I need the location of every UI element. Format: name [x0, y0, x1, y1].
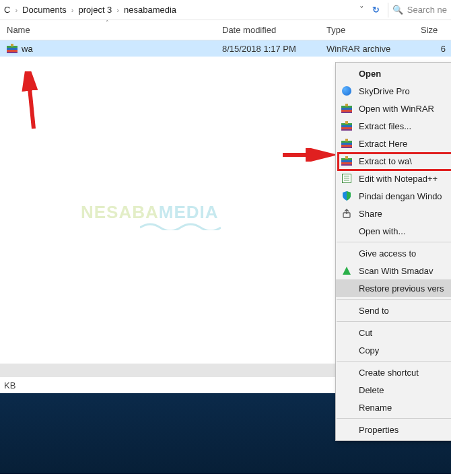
- skydrive-icon: [341, 86, 352, 96]
- crumb-nesabamedia[interactable]: nesabamedia: [124, 5, 176, 15]
- menu-share[interactable]: Share: [336, 205, 451, 222]
- smadav-icon: [341, 265, 352, 276]
- watermark: NESABAMEDIA: [81, 202, 219, 223]
- refresh-icon[interactable]: ↻: [372, 5, 380, 15]
- column-date[interactable]: Date modified: [215, 20, 320, 40]
- svg-rect-16: [341, 125, 352, 127]
- menu-scan-windows-defender[interactable]: Pindai dengan Windo: [336, 187, 451, 205]
- file-type: WinRAR archive: [320, 44, 414, 54]
- menu-separator: [337, 418, 451, 419]
- menu-send-to[interactable]: Send to: [336, 302, 451, 319]
- svg-rect-22: [341, 145, 352, 147]
- column-type[interactable]: Type: [320, 20, 414, 40]
- file-size: 6: [414, 44, 451, 54]
- file-list[interactable]: wa 8/15/2018 1:17 PM WinRAR archive 6 NE…: [0, 40, 451, 364]
- search-icon: 🔍: [392, 5, 403, 15]
- menu-rename[interactable]: Rename: [336, 399, 451, 416]
- svg-rect-11: [341, 108, 352, 110]
- svg-line-6: [28, 75, 34, 129]
- menu-copy[interactable]: Copy: [336, 341, 451, 359]
- menu-properties[interactable]: Properties: [336, 421, 451, 438]
- crumb-c[interactable]: C: [4, 5, 10, 15]
- chevron-right-icon: ›: [15, 6, 18, 14]
- winrar-icon: [341, 138, 352, 149]
- svg-rect-12: [341, 110, 352, 112]
- svg-rect-3: [7, 50, 18, 52]
- menu-edit-notepad[interactable]: Edit with Notepad++: [336, 170, 451, 187]
- menu-extract-to-wa[interactable]: Extract to wa\: [336, 152, 451, 170]
- menu-extract-here[interactable]: Extract Here: [336, 135, 451, 152]
- column-headers: ˄ Name Date modified Type Size: [0, 20, 451, 40]
- svg-rect-18: [345, 121, 348, 124]
- winrar-icon: [341, 103, 352, 114]
- menu-scan-with-smadav[interactable]: Scan With Smadav: [336, 262, 451, 279]
- svg-rect-23: [345, 139, 348, 141]
- crumb-documents[interactable]: Documents: [22, 5, 67, 15]
- menu-open-with-winrar[interactable]: Open with WinRAR: [336, 100, 451, 117]
- status-size-unit: KB: [4, 380, 15, 390]
- menu-open-with[interactable]: Open with...: [336, 222, 451, 240]
- breadcrumb[interactable]: C › Documents › project 3 › nesabamedia …: [0, 0, 451, 20]
- svg-rect-2: [7, 48, 18, 50]
- crumb-project3[interactable]: project 3: [78, 5, 112, 15]
- share-icon: [341, 208, 352, 219]
- annotation-arrow-icon: [20, 71, 47, 132]
- winrar-icon: [341, 156, 352, 166]
- search-input[interactable]: Search ne: [407, 5, 447, 15]
- shield-icon: [341, 191, 352, 201]
- menu-extract-files[interactable]: Extract files...: [336, 117, 451, 135]
- svg-rect-26: [341, 160, 352, 162]
- svg-rect-28: [345, 156, 348, 159]
- column-size[interactable]: Size: [414, 20, 451, 40]
- menu-restore-previous-versions[interactable]: Restore previous vers: [336, 279, 451, 297]
- menu-delete[interactable]: Delete: [336, 381, 451, 399]
- menu-separator: [337, 242, 451, 242]
- divider: [388, 3, 388, 18]
- notepad-plus-plus-icon: [341, 173, 352, 184]
- file-name: wa: [22, 44, 33, 54]
- menu-give-access-to[interactable]: Give access to: [336, 244, 451, 262]
- svg-rect-4: [11, 44, 13, 46]
- svg-rect-13: [345, 104, 348, 106]
- menu-separator: [337, 361, 451, 362]
- menu-create-shortcut[interactable]: Create shortcut: [336, 364, 451, 381]
- menu-open[interactable]: Open: [336, 65, 451, 82]
- winrar-archive-icon: [7, 44, 18, 53]
- menu-separator: [337, 321, 451, 322]
- svg-rect-17: [341, 127, 352, 129]
- menu-cut[interactable]: Cut: [336, 324, 451, 341]
- chevron-right-icon: ›: [116, 6, 119, 14]
- chevron-down-icon[interactable]: ˅: [359, 5, 364, 15]
- sort-ascending-icon: ˄: [106, 20, 109, 26]
- svg-rect-21: [341, 143, 352, 145]
- file-date: 8/15/2018 1:17 PM: [215, 44, 320, 54]
- annotation-arrow-icon: [283, 148, 337, 162]
- context-menu: Open SkyDrive Pro Open with WinRAR Extra…: [335, 62, 451, 441]
- chevron-right-icon: ›: [71, 6, 74, 14]
- menu-separator: [337, 299, 451, 300]
- menu-skydrive-pro[interactable]: SkyDrive Pro: [336, 82, 451, 100]
- winrar-icon: [341, 121, 352, 131]
- file-row-wa[interactable]: wa 8/15/2018 1:17 PM WinRAR archive 6: [0, 40, 451, 57]
- svg-rect-27: [341, 162, 352, 164]
- column-name[interactable]: ˄ Name: [0, 20, 215, 40]
- svg-marker-30: [343, 267, 351, 275]
